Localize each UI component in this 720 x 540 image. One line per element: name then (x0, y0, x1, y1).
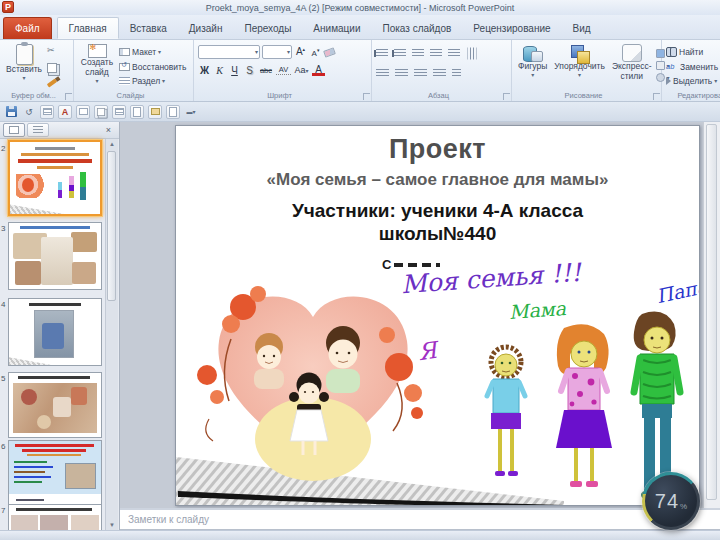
thumbnail-number: 3 (1, 224, 5, 233)
tab-animations[interactable]: Анимации (302, 18, 371, 39)
slide-thumbnail-2[interactable] (8, 140, 102, 216)
tab-home[interactable]: Главная (57, 17, 119, 39)
child-family-drawing (460, 276, 698, 506)
shrink-font-button[interactable]: A▾ (309, 47, 322, 58)
status-bar (0, 530, 720, 540)
change-case-button[interactable]: Aa▾ (293, 65, 310, 75)
close-panel-button[interactable]: × (101, 123, 116, 137)
align-center-button[interactable] (395, 69, 408, 78)
group-label-paragraph: Абзац (374, 91, 503, 100)
quick-styles-button[interactable]: Экспресс-стили (610, 43, 654, 88)
thumb-art (58, 182, 62, 198)
font-dialog-launcher[interactable] (363, 93, 370, 100)
vertical-scrollbar[interactable] (703, 122, 720, 508)
slide-thumbnail-7[interactable] (8, 504, 102, 530)
tab-transitions[interactable]: Переходы (233, 18, 302, 39)
slide-thumbnail-4[interactable] (8, 298, 102, 366)
copy-shortcut-button[interactable] (94, 105, 108, 119)
scroll-down-icon[interactable]: ▼ (106, 522, 118, 528)
vertical-scroll-thumb[interactable] (706, 124, 717, 500)
scroll-up-icon[interactable]: ▲ (106, 141, 118, 147)
text-direction-button[interactable] (468, 47, 477, 59)
chevron-down-icon: ▾ (23, 75, 26, 81)
slide-subtitle[interactable]: «Моя семья – самое главное для мамы» (176, 170, 699, 190)
section-button[interactable]: Раздел ▾ (119, 74, 186, 88)
open-shortcut-button[interactable] (148, 105, 162, 119)
italic-button[interactable]: К (213, 65, 226, 76)
decrease-indent-button[interactable] (412, 49, 424, 58)
thumb-art (41, 237, 73, 285)
font-color-shortcut-button[interactable]: A (58, 105, 72, 119)
character-spacing-button[interactable]: AV (276, 65, 291, 75)
save-icon (6, 106, 17, 117)
align-left-button[interactable] (376, 69, 389, 78)
panel-scrollbar[interactable]: ▲ ▼ (105, 139, 118, 530)
tab-view[interactable]: Вид (562, 18, 602, 39)
save-button[interactable] (4, 105, 18, 119)
table-shortcut-button[interactable] (112, 105, 126, 119)
current-slide[interactable]: Проект «Моя семья – самое главное для ма… (175, 125, 700, 506)
grow-font-button[interactable]: A▴ (294, 46, 307, 57)
font-name-select[interactable] (198, 45, 260, 59)
font-color-button[interactable]: А (312, 65, 325, 76)
group-label-drawing: Рисование (514, 91, 653, 100)
slide-participants-line2[interactable]: школы№440 (176, 223, 699, 245)
shapes-button[interactable]: Фигуры ▾ (516, 43, 549, 88)
document-shortcut-button[interactable] (130, 105, 144, 119)
slide-thumbnail-6[interactable] (8, 440, 102, 506)
text-shadow-button[interactable]: S (243, 65, 256, 76)
cut-button[interactable]: ✂ (47, 45, 57, 55)
find-button[interactable]: Найти (666, 45, 720, 59)
hyperlink-shortcut-button[interactable] (166, 105, 180, 119)
thumb-art (27, 454, 80, 456)
tab-insert[interactable]: Вставка (119, 18, 178, 39)
shapes-icon (523, 44, 543, 62)
thumb-art (65, 463, 96, 489)
tab-file[interactable]: Файл (3, 17, 52, 39)
arrange-icon (570, 44, 590, 62)
powerpoint-app-icon: P (2, 1, 14, 13)
columns-button[interactable] (452, 69, 461, 78)
select-button[interactable]: Выделить ▾ (666, 74, 720, 88)
bullets-button[interactable] (376, 49, 388, 58)
panel-scroll-thumb[interactable] (107, 151, 116, 301)
undo-button[interactable]: ↺ (22, 105, 36, 119)
bold-button[interactable]: Ж (198, 65, 211, 76)
line-spacing-button[interactable] (448, 49, 460, 58)
increase-indent-button[interactable] (430, 49, 442, 58)
font-size-select[interactable] (262, 45, 292, 59)
slide-thumbnail-5[interactable] (8, 372, 102, 438)
tab-review[interactable]: Рецензирование (462, 18, 561, 39)
underline-button[interactable]: Ч (228, 65, 241, 76)
customize-qat-button[interactable]: ▬▾ (184, 105, 198, 119)
notes-pane[interactable]: Заметки к слайду (120, 508, 720, 530)
paragraph-dialog-launcher[interactable] (503, 93, 510, 100)
slides-tab[interactable] (3, 123, 25, 137)
arrange-button[interactable]: Упорядочить ▾ (552, 43, 607, 88)
slide-participants-line1[interactable]: Участники: ученики 4-А класса (176, 200, 699, 222)
clipboard-dialog-launcher[interactable] (65, 93, 72, 100)
tab-slideshow[interactable]: Показ слайдов (371, 18, 462, 39)
new-slide-icon (88, 44, 107, 58)
drawing-dialog-launcher[interactable] (653, 93, 660, 100)
thumbnail-number: 4 (1, 300, 5, 309)
tab-design[interactable]: Дизайн (178, 18, 234, 39)
paste-button[interactable]: Вставить ▾ (4, 43, 44, 88)
print-preview-button[interactable] (76, 105, 90, 119)
new-slide-button[interactable]: Создать слайд ▾ (78, 43, 116, 88)
slide-thumbnail-3[interactable] (8, 222, 102, 290)
align-right-button[interactable] (414, 69, 427, 78)
reset-button[interactable]: Восстановить (119, 60, 186, 74)
copy-button[interactable] (47, 63, 57, 73)
format-painter-button[interactable] (47, 78, 57, 87)
slide-title[interactable]: Проект (176, 134, 699, 165)
numbering-button[interactable] (394, 49, 406, 58)
layout-button[interactable]: Макет ▾ (119, 45, 186, 59)
new-slide-shortcut-button[interactable] (40, 105, 54, 119)
clear-formatting-button[interactable] (323, 47, 336, 57)
replace-button[interactable]: ab Заменить ▾ (666, 60, 720, 74)
outline-tab[interactable] (27, 123, 49, 137)
strikethrough-button[interactable]: abc (258, 66, 274, 75)
justify-button[interactable] (433, 69, 446, 78)
heart-family-clipart (191, 279, 436, 499)
